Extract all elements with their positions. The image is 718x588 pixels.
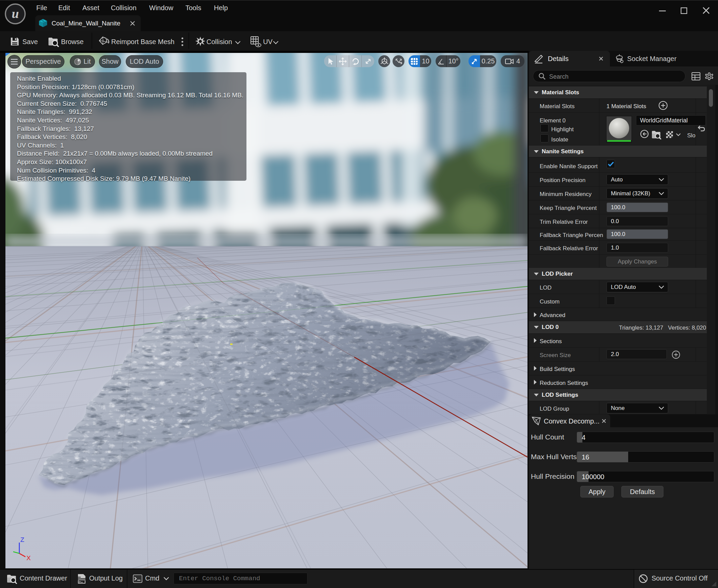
svg-text:u: u [12,6,19,21]
svg-text:Z: Z [20,536,24,543]
svg-text:X: X [26,554,31,562]
